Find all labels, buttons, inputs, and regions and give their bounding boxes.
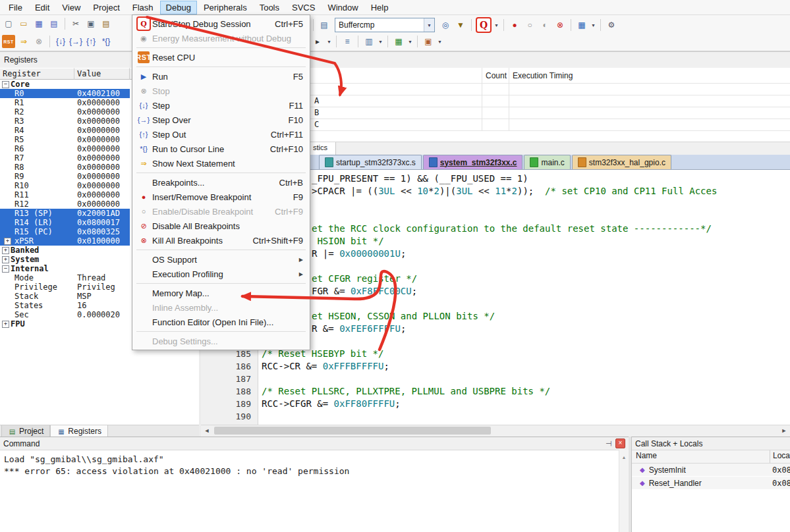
tree-expander-icon[interactable]: + [2,321,9,328]
stop-icon[interactable]: ⊗ [32,35,45,48]
debug-menu-step-over[interactable]: {→} Step Over F10 [132,113,310,127]
menu-view[interactable]: View [56,1,86,14]
start-stop-debug-icon[interactable]: Q [136,16,151,31]
copy-icon[interactable]: ▣ [84,17,98,30]
menu-project[interactable]: Project [87,1,125,14]
menu-svcs[interactable]: SVCS [286,1,321,14]
column-location[interactable]: Locat [770,450,790,463]
scroll-right-icon[interactable]: ► [779,426,789,436]
dropdown-caret-icon[interactable]: ▼ [437,40,443,44]
tree-expander-icon[interactable]: − [2,265,9,273]
run-to-cursor-icon[interactable]: *{} [99,35,113,48]
dropdown-caret-icon[interactable]: ▼ [326,40,332,44]
command-output[interactable]: Load "sg_gmibal\\sg_gmibal.axf"*** error… [0,450,629,481]
debug-menu-function-editor-open-ini-file[interactable]: Function Editor (Open Ini File)... [132,315,310,329]
window-layout-icon[interactable]: ▦ [575,18,588,32]
details-list-icon[interactable]: ▤ [318,18,331,32]
editor-tab-main-c[interactable]: main.c [524,155,570,169]
debug-menu-reset-cpu[interactable]: RST Reset CPU [132,50,310,65]
combo-caret-icon[interactable]: ▼ [424,18,434,32]
pin-icon[interactable]: ⊤ [604,439,613,448]
start-stop-debug-icon[interactable]: Q [476,17,492,33]
tree-expander-icon[interactable]: + [2,247,9,254]
step-icon[interactable]: {↓} [138,99,150,111]
debug-menu-step-out[interactable]: {↑} Step Out Ctrl+F11 [132,127,310,142]
analysis-column-count[interactable]: Count [486,71,507,80]
stop-icon[interactable]: ⊗ [138,85,150,97]
step-icon[interactable]: {↓} [54,35,67,48]
enable-breakpoint-icon[interactable]: ◐ [538,18,551,32]
debug-menu-disable-all-breakpoints[interactable]: ⊘ Disable All Breakpoints [132,219,310,233]
scrollbar-thumb[interactable] [214,427,491,435]
disable-all-breakpoints-icon[interactable]: ⊘ [138,220,150,232]
menu-file[interactable]: File [3,1,28,14]
debug-menu-inline-assembly[interactable]: Inline Assembly... [132,300,310,315]
cut-icon[interactable]: ✂ [69,17,82,30]
scroll-up-icon[interactable]: ▲ [622,455,627,460]
step-out-icon[interactable]: {↑} [84,35,98,48]
editor-tab-startup-stm32f373xc-s[interactable]: startup_stm32f373xc.s [319,155,422,169]
debug-menu-insert-remove-breakpoint[interactable]: ● Insert/Remove Breakpoint F9 [132,190,310,204]
show-next-statement-icon[interactable]: ⇒ [17,35,30,48]
clear-breakpoint-icon[interactable]: ○ [523,18,536,32]
download-flash-icon[interactable]: ▼ [454,18,467,32]
debug-menu-run[interactable]: ▶ Run F5 [132,69,310,84]
menu-help[interactable]: Help [365,1,395,14]
editor-tab-system-stm32f3xx-c[interactable]: system_stm32f3xx.c [423,155,523,169]
show-next-statement-icon[interactable]: ⇒ [138,157,150,169]
reset-cpu-icon[interactable]: RST [2,35,15,48]
scroll-left-icon[interactable]: ◄ [202,426,212,436]
system-viewer-icon[interactable]: ▦ [392,35,405,48]
energy-measurement-icon[interactable]: ◉ [138,32,150,44]
save-icon[interactable]: ▦ [32,17,45,30]
debug-menu-execution-profiling[interactable]: Execution Profiling ▶ [132,267,310,281]
menu-peripherals[interactable]: Peripherals [198,1,253,14]
debug-menu-kill-all-breakpoints[interactable]: ⊗ Kill All Breakpoints Ctrl+Shift+F9 [132,233,310,248]
debug-menu-energy-measurement-without-debug[interactable]: ◉ Energy Measurement without Debug [132,31,310,45]
step-out-icon[interactable]: {↑} [138,128,150,140]
command-vertical-scrollbar[interactable]: ▲ [619,450,629,532]
symbol-window-icon[interactable]: ▥ [362,35,376,48]
menu-window[interactable]: Window [322,1,364,14]
debug-menu-run-to-cursor-line[interactable]: *{} Run to Cursor Line Ctrl+F10 [132,142,310,156]
run-icon[interactable]: ▶ [138,70,150,82]
tree-expander-icon[interactable]: + [2,256,9,263]
dropdown-caret-icon[interactable]: ▼ [590,23,596,28]
clear-breakpoint-icon[interactable]: ○ [138,205,150,217]
menu-edit[interactable]: Edit [29,1,55,14]
run-to-cursor-icon[interactable]: *{} [138,143,150,155]
target-check-icon[interactable]: ◎ [439,18,452,32]
callstack-row-systeminit[interactable]: ◆ SystemInit 0x080 [632,464,790,477]
menu-debug[interactable]: Debug [160,1,197,14]
debug-menu-breakpoints[interactable]: Breakpoints... Ctrl+B [132,175,310,190]
debug-menu-start-stop-debug-session[interactable]: Q Start/Stop Debug Session Ctrl+F5 [132,16,310,31]
paste-icon[interactable]: ▤ [99,17,113,30]
dropdown-caret-icon[interactable]: ▼ [494,23,499,28]
step-over-icon[interactable]: {→} [69,35,82,48]
save-all-icon[interactable]: ▤ [47,17,61,30]
editor-tab-stm32f3xx-hal-gpio-c[interactable]: stm32f3xx_hal_gpio.c [572,155,671,169]
tree-expander-icon[interactable]: + [4,238,11,245]
debug-menu-os-support[interactable]: OS Support ▶ [132,252,310,267]
command-window-icon[interactable]: ▸ [311,35,324,48]
dropdown-caret-icon[interactable]: ▼ [407,40,413,44]
tree-expander-icon[interactable]: − [2,81,9,88]
debug-menu-show-next-statement[interactable]: ⇒ Show Next Statement [132,156,310,171]
kill-breakpoints-icon[interactable]: ⊗ [553,18,567,32]
dropdown-caret-icon[interactable]: ▼ [378,40,383,44]
debug-menu-debug-settings[interactable]: Debug Settings... [132,334,310,348]
insert-breakpoint-icon[interactable]: ● [508,18,521,32]
analysis-column-execution-timing[interactable]: Execution Timing [513,71,573,80]
open-folder-icon[interactable]: ▭ [17,17,30,30]
close-icon[interactable]: × [615,439,625,448]
disassembly-window-icon[interactable]: ≡ [341,35,354,48]
editor-horizontal-scrollbar[interactable]: ◄ ► [201,425,790,436]
column-value[interactable]: Value [74,68,130,80]
debug-menu-step[interactable]: {↓} Step F11 [132,98,310,113]
column-name[interactable]: Name [632,450,770,463]
target-select[interactable]: Buffercmp ▼ [335,18,435,32]
analysis-icon[interactable]: ▣ [422,35,435,48]
callstack-row-reset-handler[interactable]: ◆ Reset_Handler 0x080 [632,477,790,490]
debug-menu-enable-disable-breakpoint[interactable]: ○ Enable/Disable Breakpoint Ctrl+F9 [132,204,310,219]
step-over-icon[interactable]: {→} [138,114,150,126]
